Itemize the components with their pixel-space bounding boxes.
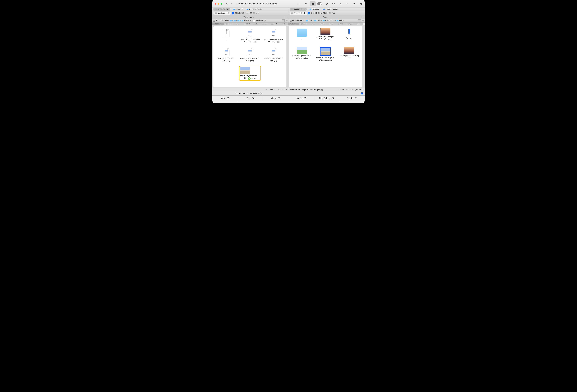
favorite-icon[interactable]: ★ [362,19,364,22]
status-left: .. DIR 26.04.2024, 01:11:30 [212,88,288,91]
traffic-lights [212,3,225,5]
fkey-button[interactable]: Edit - F4 [238,96,263,101]
file-item[interactable]: JPEGphoto_2023-10-30 15.25.37.jpeg [215,47,238,65]
fkey-button[interactable]: Copy - F5 [263,96,288,101]
column-header-size[interactable]: size [308,23,318,25]
file-item[interactable]: .. [290,28,313,46]
pane-tab-left[interactable]: Vacation.zip [212,15,285,19]
tab-network-left[interactable]: Network [232,8,244,11]
file-item[interactable]: RARfiles.rar [338,28,360,46]
file-item[interactable]: JPEGangourie-bay-picnic-area-0...opy 2.j… [262,28,285,46]
column-header-modified[interactable]: modified [318,23,327,25]
column-header-extension[interactable]: extension [224,23,233,25]
column-header-name[interactable]: name ▲ [212,23,224,25]
svg-rect-8 [312,4,313,5]
file-item[interactable]: JPEGscenery-of-mountain-range-.jpg [262,47,285,65]
view-columns-icon[interactable] [303,1,309,6]
add-tab-left[interactable]: ＋ [285,15,288,19]
tab-process-viewer-left[interactable]: Process Viewer [246,8,263,11]
fkey-button[interactable]: Move - F6 [288,96,314,101]
column-header-kind[interactable]: kind [279,23,288,25]
svg-rect-17 [348,3,348,4]
folder-icon [297,29,307,37]
file-item[interactable]: mountain-landscape-14541...51gxa.jpg [314,47,337,65]
file-item[interactable]: JPEG6904758951_6868a06560_...opy 2.jpg [239,28,261,46]
close-window[interactable] [215,3,216,5]
fkey-button[interactable]: Delete - F8 [339,96,365,101]
svg-rect-18 [354,4,355,4]
minimize-window[interactable] [218,3,219,5]
svg-marker-19 [354,3,355,4]
image-thumbnail [297,47,307,54]
tab-process-viewer-right[interactable]: Process Viewer [322,8,339,11]
view-mode-icon[interactable] [358,20,361,22]
file-item[interactable]: cHJpdmF0ZS9scl9pbWFnZ...nBn.webp [314,28,337,46]
back-button[interactable] [225,1,229,6]
breadcrumb-right[interactable]: Macintosh HD› User› mac› Documents› Maps… [288,19,365,23]
tab-network-right[interactable]: Network [308,8,320,11]
view-mode-icon[interactable] [282,20,285,22]
disk-selector-right[interactable]: Macintosh HD [290,12,307,15]
column-header-extension[interactable]: extension [299,23,308,25]
preview-icon[interactable] [331,1,336,6]
column-header-modified[interactable]: modified [242,23,251,25]
file-item[interactable]: mountain_ground_by_burtn...llview.jpg [290,47,313,65]
folder-icon [336,20,338,21]
view-icons-icon[interactable] [310,1,316,6]
drag-ghost-item: mountain-landscape-14541...51gxa.jpg➤+ [239,66,261,84]
column-header-created[interactable]: created [327,23,336,25]
status-right: mountain-landscape-1454191451gxa.jpg 123… [288,88,365,91]
path-bar[interactable]: /Users/mac/Documents/Maps ▼ [212,91,365,95]
disk-selector-left[interactable]: Macintosh HD [214,12,231,15]
column-header-created[interactable]: created [251,23,260,25]
folder-icon [242,20,244,21]
pause-icon[interactable] [345,1,350,6]
file-item[interactable]: pexels-photo-5687913.jpeg [338,47,360,65]
folder-icon [306,20,308,21]
file-item[interactable]: ZIP.. [215,28,238,46]
column-header-opened[interactable]: opened [269,23,279,25]
right-pane[interactable]: ..cHJpdmF0ZS9scl9pbWFnZ...nBn.webpRARfil… [288,25,363,88]
fkey-button[interactable]: View - F3 [212,96,238,101]
svg-text:i: i [326,3,327,5]
disk-stepper-right[interactable]: ▲▼ [308,12,310,14]
monitor-icon [323,9,325,10]
image-thumbnail [321,28,330,35]
pane-tab-right[interactable]: Maps [288,15,361,19]
breadcrumb-left[interactable]: Macintosh HD› › › › Vacation› Vacation.z… [212,19,288,23]
tab-macintosh-hd-left[interactable]: Macintosh HD [214,8,230,11]
svg-point-13 [333,3,334,4]
path-dropdown-icon[interactable]: ▼ [361,92,363,95]
disk-free-right: 205,61 GB of 245,11 GB free [311,12,335,14]
left-pane[interactable]: ZIP..JPEG6904758951_6868a06560_...opy 2.… [212,25,288,88]
copy-plus-icon: + [248,77,251,80]
column-header-opened[interactable]: opened [345,23,354,25]
fkey-button[interactable]: New Folder - F7 [314,96,339,101]
hidden-files-toggle[interactable] [317,1,323,6]
view-list-icon[interactable] [296,1,302,6]
zoom-window[interactable] [221,3,222,5]
hd-icon [289,20,292,22]
add-tab-right[interactable]: ＋ [361,15,365,19]
svg-rect-9 [313,4,314,5]
globe-icon [233,8,235,10]
tab-macintosh-hd-right[interactable]: Macintosh HD [290,8,307,11]
column-header-name[interactable]: name ▲ [288,23,299,25]
svg-rect-7 [313,3,314,3]
info-icon[interactable]: i [324,1,329,6]
column-header-kind[interactable]: kind [354,23,363,25]
column-header-added[interactable]: added [336,23,345,25]
eject-icon[interactable] [352,1,357,6]
file-item[interactable]: JPEGphoto_2023-10-30 15.25.48.jpeg [239,47,261,65]
svg-rect-16 [347,3,347,4]
download-icon[interactable] [359,1,364,6]
disk-stepper-left[interactable]: ▲▼ [232,12,234,14]
folder-icon [314,20,316,21]
svg-rect-4 [306,3,306,4]
disk-free-left: 205,61 GB of 245,11 GB free [235,12,259,14]
column-header-added[interactable]: added [260,23,269,25]
forward-button[interactable] [229,1,233,6]
binoculars-icon[interactable] [338,1,343,6]
favorite-icon[interactable]: ★ [286,19,288,22]
column-header-size[interactable]: size [233,23,242,25]
